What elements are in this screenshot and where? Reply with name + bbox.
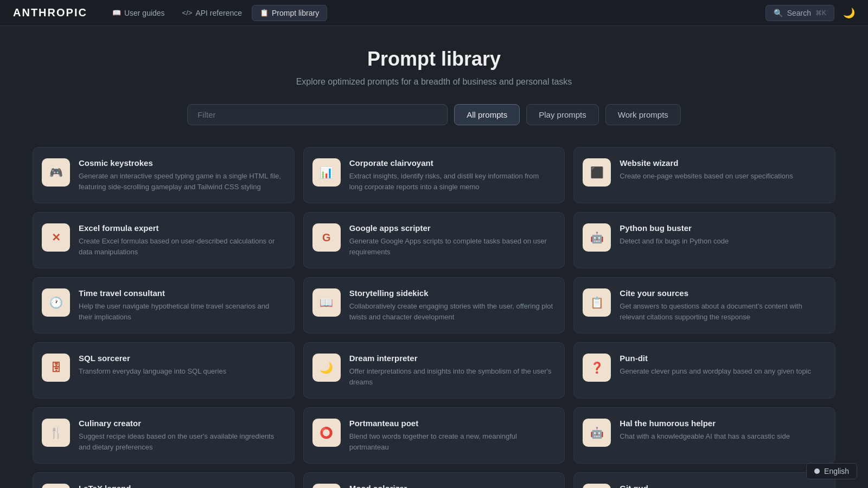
search-icon: 🔍 — [774, 9, 783, 17]
prompt-icon: 📋 — [260, 9, 269, 17]
topbar-left: ANTHROPIC 📖 User guides </> API referenc… — [13, 5, 327, 21]
card-portmanteau-poet[interactable]: ⭕ Portmanteau poet Blend two words toget… — [303, 407, 565, 464]
card-icon-time-travel-consultant: 🕐 — [42, 288, 70, 317]
card-desc-time-travel-consultant: Help the user navigate hypothetical time… — [79, 301, 283, 322]
card-title-corporate-clairvoyant: Corporate clairvoyant — [349, 158, 554, 168]
card-text-sql-sorcerer: SQL sorcerer Transform everyday language… — [79, 354, 283, 377]
card-python-bug-buster[interactable]: 🤖 Python bug buster Detect and fix bugs … — [573, 212, 835, 268]
card-cosmic-keystrokes[interactable]: 🎮 Cosmic keystrokes Generate an interact… — [33, 147, 295, 203]
card-text-git-gud: Git gud Generate appropriate Git command… — [620, 484, 824, 488]
card-text-website-wizard: Website wizard Create one-page websites … — [620, 158, 824, 182]
card-excel-formula-expert[interactable]: ✕ Excel formula expert Create Excel form… — [33, 212, 295, 268]
book-icon: 📖 — [112, 9, 121, 17]
card-time-travel-consultant[interactable]: 🕐 Time travel consultant Help the user n… — [33, 277, 295, 333]
card-website-wizard[interactable]: ⬛ Website wizard Create one-page website… — [573, 147, 835, 203]
nav-tab-prompt-library[interactable]: 📋 Prompt library — [252, 5, 327, 21]
card-title-storytelling-sidekick: Storytelling sidekick — [349, 288, 554, 298]
card-icon-mood-colorizer: 🎨 — [312, 484, 341, 488]
card-text-dream-interpreter: Dream interpreter Offer interpretations … — [349, 354, 554, 387]
code-icon: </> — [182, 9, 193, 17]
card-pun-dit[interactable]: ❓ Pun-dit Generate clever puns and wordp… — [573, 342, 835, 399]
card-icon-sql-sorcerer: 🗄 — [42, 354, 70, 382]
card-sql-sorcerer[interactable]: 🗄 SQL sorcerer Transform everyday langua… — [33, 342, 295, 399]
card-text-corporate-clairvoyant: Corporate clairvoyant Extract insights, … — [349, 158, 554, 192]
cards-grid: 🎮 Cosmic keystrokes Generate an interact… — [33, 147, 835, 488]
card-title-cosmic-keystrokes: Cosmic keystrokes — [79, 158, 283, 168]
card-text-pun-dit: Pun-dit Generate clever puns and wordpla… — [620, 354, 824, 377]
card-icon-dream-interpreter: 🌙 — [312, 354, 341, 382]
card-desc-storytelling-sidekick: Collaboratively create engaging stories … — [349, 301, 554, 322]
topbar: ANTHROPIC 📖 User guides </> API referenc… — [0, 0, 868, 26]
card-git-gud[interactable]: ⎇ Git gud Generate appropriate Git comma… — [573, 472, 835, 488]
card-title-time-travel-consultant: Time travel consultant — [79, 288, 283, 298]
main-content: Prompt library Explore optimized prompts… — [0, 26, 868, 488]
language-selector[interactable]: English — [806, 463, 857, 479]
card-icon-culinary-creator: 🍴 — [42, 419, 70, 447]
card-cite-your-sources[interactable]: 📋 Cite your sources Get answers to quest… — [573, 277, 835, 333]
card-icon-google-apps-scripter: G — [312, 223, 341, 252]
card-icon-corporate-clairvoyant: 📊 — [312, 158, 341, 187]
card-title-mood-colorizer: Mood colorizer — [349, 484, 554, 488]
card-hal-humorous-helper[interactable]: 🤖 Hal the humorous helper Chat with a kn… — [573, 407, 835, 464]
page-header: Prompt library Explore optimized prompts… — [33, 48, 835, 87]
card-desc-excel-formula-expert: Create Excel formulas based on user-desc… — [79, 236, 283, 257]
nav-tabs: 📖 User guides </> API reference 📋 Prompt… — [105, 5, 327, 21]
card-icon-pun-dit: ❓ — [583, 354, 611, 382]
logo: ANTHROPIC — [13, 7, 87, 19]
card-google-apps-scripter[interactable]: G Google apps scripter Generate Google A… — [303, 212, 565, 268]
card-icon-excel-formula-expert: ✕ — [42, 223, 70, 252]
card-icon-portmanteau-poet: ⭕ — [312, 419, 341, 447]
page-title: Prompt library — [33, 48, 835, 70]
card-text-time-travel-consultant: Time travel consultant Help the user nav… — [79, 288, 283, 322]
card-latex-legend[interactable]: ƒ LaTeX legend Write LaTeX documents, ge… — [33, 472, 295, 488]
card-title-sql-sorcerer: SQL sorcerer — [79, 354, 283, 363]
topbar-right: 🔍 Search ⌘K 🌙 — [765, 5, 855, 21]
card-text-excel-formula-expert: Excel formula expert Create Excel formul… — [79, 223, 283, 257]
card-icon-git-gud: ⎇ — [583, 484, 611, 488]
card-desc-website-wizard: Create one-page websites based on user s… — [620, 171, 824, 182]
card-desc-sql-sorcerer: Transform everyday language into SQL que… — [79, 366, 283, 377]
card-icon-storytelling-sidekick: 📖 — [312, 288, 341, 317]
language-label: English — [824, 467, 849, 476]
card-text-latex-legend: LaTeX legend Write LaTeX documents, gene… — [79, 484, 283, 488]
card-text-storytelling-sidekick: Storytelling sidekick Collaboratively cr… — [349, 288, 554, 322]
search-button[interactable]: 🔍 Search ⌘K — [765, 5, 834, 21]
card-text-cite-your-sources: Cite your sources Get answers to questio… — [620, 288, 824, 322]
page-subtitle: Explore optimized prompts for a breadth … — [33, 77, 835, 87]
card-desc-pun-dit: Generate clever puns and wordplay based … — [620, 366, 824, 377]
filter-play-prompts[interactable]: Play prompts — [526, 104, 599, 125]
card-desc-dream-interpreter: Offer interpretations and insights into … — [349, 366, 554, 387]
filter-all-prompts[interactable]: All prompts — [454, 104, 520, 125]
card-text-python-bug-buster: Python bug buster Detect and fix bugs in… — [620, 223, 824, 247]
filter-row: All prompts Play prompts Work prompts — [33, 104, 835, 125]
card-title-dream-interpreter: Dream interpreter — [349, 354, 554, 363]
card-title-excel-formula-expert: Excel formula expert — [79, 223, 283, 233]
search-shortcut: ⌘K — [815, 9, 826, 17]
card-icon-python-bug-buster: 🤖 — [583, 223, 611, 252]
theme-toggle-icon[interactable]: 🌙 — [843, 7, 855, 19]
card-mood-colorizer[interactable]: 🎨 Mood colorizer Transform text descript… — [303, 472, 565, 488]
card-desc-corporate-clairvoyant: Extract insights, identify risks, and di… — [349, 171, 554, 192]
card-dream-interpreter[interactable]: 🌙 Dream interpreter Offer interpretation… — [303, 342, 565, 399]
card-title-culinary-creator: Culinary creator — [79, 419, 283, 428]
card-desc-portmanteau-poet: Blend two words together to create a new… — [349, 431, 554, 452]
card-desc-cosmic-keystrokes: Generate an interactive speed typing gam… — [79, 171, 283, 192]
card-title-website-wizard: Website wizard — [620, 158, 824, 168]
card-desc-culinary-creator: Suggest recipe ideas based on the user's… — [79, 431, 283, 452]
card-title-python-bug-buster: Python bug buster — [620, 223, 824, 233]
filter-input[interactable] — [187, 104, 448, 125]
card-corporate-clairvoyant[interactable]: 📊 Corporate clairvoyant Extract insights… — [303, 147, 565, 203]
card-text-mood-colorizer: Mood colorizer Transform text descriptio… — [349, 484, 554, 488]
card-storytelling-sidekick[interactable]: 📖 Storytelling sidekick Collaboratively … — [303, 277, 565, 333]
card-title-cite-your-sources: Cite your sources — [620, 288, 824, 298]
nav-tab-user-guides[interactable]: 📖 User guides — [105, 5, 173, 21]
nav-tab-api-reference[interactable]: </> API reference — [175, 5, 250, 21]
card-desc-google-apps-scripter: Generate Google Apps scripts to complete… — [349, 236, 554, 257]
card-culinary-creator[interactable]: 🍴 Culinary creator Suggest recipe ideas … — [33, 407, 295, 464]
filter-work-prompts[interactable]: Work prompts — [605, 104, 681, 125]
card-desc-python-bug-buster: Detect and fix bugs in Python code — [620, 236, 824, 247]
card-text-hal-humorous-helper: Hal the humorous helper Chat with a know… — [620, 419, 824, 442]
lang-dot-icon — [814, 468, 820, 474]
card-title-google-apps-scripter: Google apps scripter — [349, 223, 554, 233]
card-text-cosmic-keystrokes: Cosmic keystrokes Generate an interactiv… — [79, 158, 283, 192]
